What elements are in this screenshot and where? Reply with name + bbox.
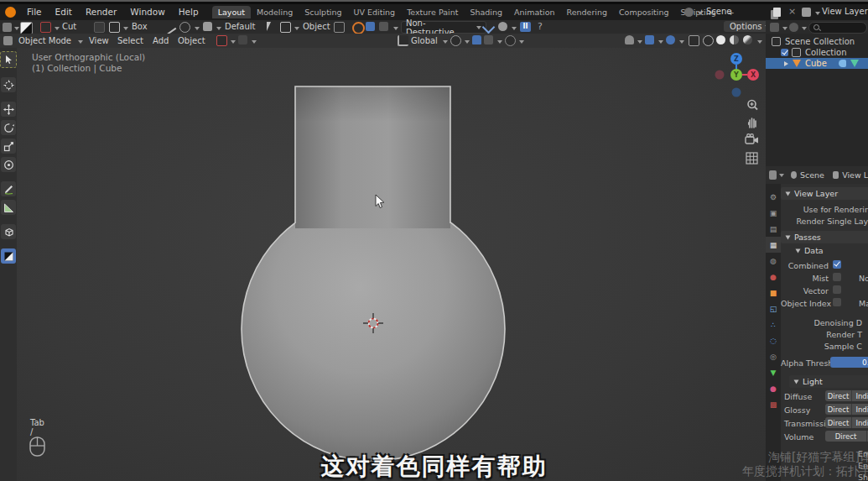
tab-world[interactable]: ● — [766, 269, 781, 285]
pass-object-index-checkbox[interactable] — [833, 298, 841, 306]
tab-object-data[interactable]: ▼ — [766, 364, 781, 380]
outliner-filter-icon[interactable] — [789, 23, 798, 32]
cut-shape-icon[interactable] — [40, 22, 51, 33]
outliner-row-collection[interactable]: Collection — [766, 47, 868, 58]
outliner-search-input[interactable] — [808, 22, 867, 34]
caret-down-icon[interactable] — [252, 40, 257, 44]
tool-cursor[interactable] — [1, 77, 16, 92]
pass-vector-checkbox[interactable] — [833, 285, 841, 294]
tab-render[interactable]: ▣ — [766, 205, 781, 221]
tab-physics[interactable]: ◌ — [766, 332, 781, 348]
help-icon[interactable]: ? — [538, 21, 543, 32]
editor-type-icon[interactable] — [3, 36, 13, 45]
caret-down-icon[interactable] — [231, 40, 236, 44]
caret-down-icon[interactable] — [802, 27, 807, 30]
cut-mode-label[interactable]: Cut — [62, 22, 76, 31]
caret-down-icon[interactable] — [815, 12, 820, 15]
workspace-tab-sculpting[interactable]: Sculpting — [299, 6, 347, 18]
transmission-indirect-button[interactable]: Indirect — [851, 417, 868, 428]
tool-scale[interactable] — [1, 139, 16, 154]
caret-down-icon[interactable] — [512, 27, 517, 30]
tool-measure[interactable] — [1, 200, 16, 215]
menu-view[interactable]: View — [89, 36, 109, 45]
shading-solid-icon[interactable] — [716, 35, 725, 44]
mesh-data-icon[interactable] — [850, 60, 859, 67]
panel-view-layer[interactable]: View Layer — [781, 187, 868, 200]
breadcrumb-layer[interactable]: View L — [842, 170, 868, 180]
caret-down-icon[interactable] — [779, 174, 784, 177]
workspace-tab-animation[interactable]: Animation — [508, 6, 560, 18]
workspace-tab-shading[interactable]: Shading — [464, 6, 508, 18]
outliner-row-cube[interactable]: Cube — [766, 58, 868, 69]
draw-line-icon[interactable] — [163, 21, 177, 35]
orientation-dropdown[interactable]: Global — [411, 36, 438, 45]
caret-down-icon[interactable] — [519, 40, 524, 44]
shading-rendered-icon[interactable] — [743, 35, 752, 44]
menu-help[interactable]: Help — [172, 4, 205, 20]
boxcutter-mode-dropdown[interactable]: Non-Destructive — [401, 21, 486, 34]
xray-toggle-icon[interactable] — [689, 35, 699, 46]
gizmo-neg-z-axis[interactable] — [732, 88, 741, 97]
boxcutter-logo-icon[interactable] — [20, 22, 33, 34]
tab-modifiers[interactable]: ◱ — [766, 301, 781, 316]
caret-down-icon[interactable] — [465, 40, 470, 44]
workspace-tab-texture-paint[interactable]: Texture Paint — [401, 6, 464, 18]
tool-move[interactable] — [1, 102, 16, 117]
glossy-indirect-button[interactable]: Indirect — [851, 404, 868, 415]
tool-rotate[interactable] — [1, 120, 16, 135]
pan-hand-button[interactable] — [746, 115, 760, 129]
caret-down-icon[interactable] — [497, 40, 502, 44]
workspace-tab-rendering[interactable]: Rendering — [560, 6, 613, 18]
tool-add-cube[interactable] — [1, 224, 16, 239]
workspace-tab-uv-editing[interactable]: UV Editing — [348, 6, 402, 18]
navigation-gizmo[interactable]: Z X Y — [711, 49, 761, 101]
breadcrumb-scene[interactable]: Scene — [800, 170, 824, 180]
diffuse-indirect-button[interactable]: Indirect — [851, 390, 868, 401]
glossy-direct-button[interactable]: Direct — [825, 404, 851, 415]
sort-modifiers-icon[interactable] — [379, 22, 388, 31]
pass-combined-checkbox[interactable] — [833, 260, 841, 269]
blender-logo-icon[interactable] — [5, 7, 16, 18]
properties-editor-icon[interactable] — [769, 170, 777, 180]
zoom-button[interactable] — [746, 98, 760, 112]
workspace-tab-layout[interactable]: Layout — [212, 6, 251, 18]
caret-down-icon[interactable] — [637, 40, 642, 44]
workspace-tab-modeling[interactable]: Modeling — [251, 6, 299, 18]
alpha-threshold-slider[interactable]: 0.50 — [830, 357, 868, 368]
menu-render[interactable]: Render — [79, 4, 123, 20]
caret-down-icon[interactable] — [698, 12, 703, 15]
viewport-canvas[interactable]: User Orthographic (Local) (1) Collection… — [17, 48, 766, 481]
workspace-tab-compositing[interactable]: Compositing — [613, 6, 675, 18]
tab-object[interactable]: ■ — [766, 285, 781, 301]
gizmos-toggle-icon[interactable] — [645, 35, 654, 44]
collection-checkbox[interactable] — [781, 49, 788, 56]
caret-down-icon[interactable] — [294, 27, 299, 30]
tab-output[interactable]: ▤ — [766, 221, 781, 237]
shape-lock-icon[interactable] — [94, 22, 105, 33]
new-scene-icon[interactable] — [773, 8, 781, 17]
caret-down-icon[interactable] — [679, 40, 684, 44]
tool-select-box[interactable] — [0, 51, 17, 68]
boxcutter-menu-icon[interactable] — [238, 35, 247, 44]
align-icon[interactable] — [280, 22, 291, 33]
grid-snap-icon[interactable] — [366, 22, 375, 31]
object-align-label[interactable]: Object — [303, 22, 330, 31]
caret-down-icon[interactable] — [393, 27, 398, 30]
mode-dropdown[interactable]: Object Mode — [18, 36, 71, 45]
proportional-editing-icon[interactable] — [505, 35, 516, 46]
caret-down-icon[interactable] — [55, 27, 60, 30]
panel-light[interactable]: Light — [789, 375, 868, 388]
menu-window[interactable]: Window — [123, 4, 171, 20]
tool-boxcutter[interactable] — [1, 248, 16, 264]
cursor-snap-icon[interactable] — [267, 22, 271, 31]
tab-particles[interactable]: ∴ — [766, 316, 781, 332]
volume-direct-button[interactable]: Direct — [825, 431, 866, 442]
snap-target-icon[interactable] — [484, 35, 493, 44]
tab-tool[interactable]: ⚙ — [766, 189, 781, 205]
tab-scene[interactable]: ◍ — [766, 253, 781, 269]
data-section[interactable]: Data — [796, 246, 824, 255]
menu-file[interactable]: File — [20, 4, 49, 20]
tool-annotate[interactable] — [1, 181, 16, 196]
hardops-menu-icon[interactable] — [216, 35, 227, 46]
snap-magnet-icon[interactable] — [472, 35, 481, 44]
